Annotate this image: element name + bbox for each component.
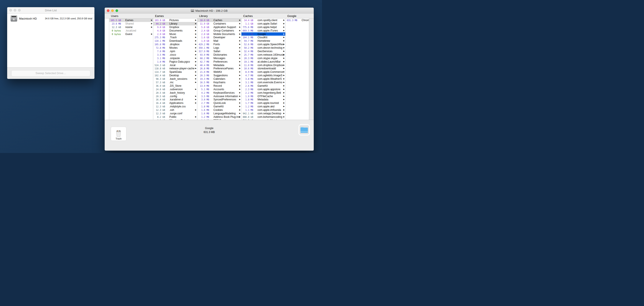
list-item[interactable]: 32.4 MBGeoServices▶ [242, 50, 285, 53]
list-item[interactable]: 8.2 kBPublic▶ [153, 115, 197, 119]
list-item[interactable]: 16.5 MBKeychains▶ [197, 81, 241, 84]
list-item[interactable]: 1.0 MBPagico Data.pgco▶ [153, 60, 197, 64]
list-item[interactable]: 2.7 MBQuickLook▶ [197, 101, 241, 105]
list-item[interactable]: 1.8 MBGameKit▶ [197, 105, 241, 108]
zoom-button[interactable] [116, 9, 118, 12]
list-item[interactable]: 26.8 MBPreferencePanes▶ [197, 67, 241, 70]
list-item[interactable]: 12.3 kB.ssh▶ [153, 108, 197, 112]
list-item[interactable]: 1.8 MBMetadata▶ [242, 98, 285, 101]
list-item[interactable]: 42.7 MBPreferences▶ [197, 60, 241, 64]
list-item[interactable]: 1.0 GBMail▶ [197, 39, 241, 43]
list-item[interactable]: 23.6 MBShared▶ [109, 22, 153, 26]
list-item[interactable]: 2.3 MBcom.apple.appstore▶ [242, 88, 285, 91]
list-item[interactable]: 12.3 kB.mdqlstyle.css [153, 105, 197, 108]
list-item[interactable]: 40.4 MBMetadata▶ [197, 64, 241, 67]
minimize-button[interactable] [14, 9, 16, 12]
list-item[interactable]: 103.9 GBPictures▶ [153, 19, 197, 22]
list-item[interactable]: 1.1 GBcom.apple.Safari▶ [242, 22, 285, 26]
list-item[interactable]: 3.5 MBAutosave Information▶ [197, 95, 241, 98]
list-item[interactable]: 98.3 kB.bash_sessions▶ [153, 77, 197, 81]
close-button[interactable] [107, 9, 110, 12]
list-item[interactable]: 3.1 MB.snipaste▶ [153, 57, 197, 60]
list-item[interactable]: 2.4 GBGroup Containers▶ [197, 29, 241, 32]
list-item[interactable]: 20.3 MBSuggestions▶ [197, 74, 241, 77]
list-item[interactable]: 350.1 MBLogs▶ [197, 46, 241, 50]
list-item[interactable]: 20.3 MBcom.skype.skype▶ [242, 57, 285, 60]
list-item[interactable]: 1.7 MBcom.apple.touristd▶ [242, 101, 285, 105]
list-item[interactable]: 165.5 GBEames▶ [109, 19, 153, 22]
list-item[interactable]: 7.0 MB.npm▶ [153, 50, 197, 53]
list-item[interactable]: 44.2 GBLibrary▶ [153, 22, 197, 26]
sweep-selected-drive-button[interactable]: Sweep Selected Drive… [11, 70, 90, 77]
list-item[interactable]: 114.7 kBSparkData▶ [153, 70, 197, 74]
list-item[interactable]: 14.4 GBcom.spotify.client▶ [242, 19, 285, 22]
list-item[interactable]: 942.1 kBcom.setapp.Desktop▶ [242, 112, 285, 115]
list-item[interactable]: 18.0 GBCaches▶ [197, 19, 241, 22]
list-item[interactable]: 36.9 kB.DS_Store [153, 84, 197, 88]
list-item[interactable]: 25.7 MBcom.netease.163music▶ [242, 53, 285, 57]
list-item[interactable]: 1.2 MBcom.apple.akd▶ [242, 105, 285, 108]
list-item[interactable]: 669.5 MBcom.apple.iTunes▶ [242, 29, 285, 32]
list-item[interactable]: 24.6 kB.subversion▶ [153, 88, 197, 91]
list-item[interactable]: 104.1 MBCloudKit▶ [242, 36, 285, 39]
list-item[interactable]: 524.3 kB.local▶ [153, 64, 197, 67]
list-item[interactable]: 275.3 MB.Trash▶ [153, 36, 197, 39]
list-item[interactable]: 1.6 MBLanguageModeling▶ [197, 112, 241, 115]
list-item[interactable]: 10.6 MBstoredownloadd▶ [242, 67, 285, 70]
list-item[interactable]: 20.5 kB.bash_history [153, 91, 197, 95]
list-item[interactable]: 72.8 MBMovies▶ [153, 46, 197, 50]
list-item[interactable]: 429.2 MBFonts▶ [197, 43, 241, 46]
list-item[interactable]: 11.0 MBcom.dropbox.Dropbox▶ [242, 64, 285, 67]
minimize-button[interactable] [111, 9, 114, 12]
list-item[interactable]: 11.9 GBContainers▶ [197, 22, 241, 26]
list-item[interactable]: 12.3 kBnoone▶ [109, 26, 153, 29]
list-item[interactable]: 8.9 MBcom.apple.Commerce▶ [242, 70, 285, 74]
list-item[interactable]: 631.3 MBGoogle▶ [242, 32, 285, 36]
list-item[interactable]: 19.3 MBCalendars▶ [197, 77, 241, 81]
list-item[interactable]: 2.2 MBcom.hegenberg.Bett▶ [242, 91, 285, 95]
list-item[interactable]: 13.9 MBRecord▶ [197, 84, 241, 88]
zoom-button[interactable] [18, 9, 21, 12]
list-item[interactable]: 4.2 MBKeyboardServices▶ [197, 91, 241, 95]
list-item[interactable]: 4.7 MBcom.agilebits.ImageS▶ [242, 74, 285, 77]
selected-folder-card[interactable] [298, 124, 310, 135]
list-item[interactable]: 3.0 MBSyncedPreferences▶ [197, 98, 241, 101]
list-item[interactable]: 105.8 MB.dropbox▶ [153, 43, 197, 46]
list-item[interactable]: 1.2 MBAddress Book Plug-Ins▶ [197, 115, 241, 119]
list-item[interactable]: 5.1 MBAccounts▶ [197, 88, 241, 91]
close-button[interactable] [9, 9, 12, 12]
list-item[interactable]: 3.8 MBcom.apple.WeatherS▶ [242, 77, 285, 81]
list-item[interactable]: 19.1 MBat.obdev.LaunchBar▶ [242, 60, 285, 64]
list-item[interactable]: 1.1 MBcom.apple.imfounda▶ [242, 108, 285, 112]
list-item[interactable]: 0 bytes.localized [109, 29, 153, 32]
list-item[interactable]: 59.7 MBHomebrew▶ [242, 39, 285, 43]
list-item[interactable]: 50.2 MBcom.devon-technolog▶ [242, 46, 285, 50]
list-item[interactable]: 4.9 GBDocuments▶ [153, 29, 197, 32]
list-item[interactable]: 1.6 MBCookies▶ [197, 108, 241, 112]
drive-row[interactable]: Macintosh HD 34.6 GB free, 212.3 GB used… [7, 14, 94, 22]
list-item[interactable]: 2.0 GBMobile Documents▶ [197, 32, 241, 36]
list-item[interactable]: 2.6 MBGameKit▶ [242, 84, 285, 88]
list-item[interactable]: 1.6 GBDeveloper▶ [197, 36, 241, 39]
list-item[interactable]: 9.0 GBDropbox▶ [153, 26, 197, 29]
list-item[interactable]: 775.6 MBcom.apple.helpd▶ [242, 26, 285, 29]
list-item[interactable]: 57.3 kB.mc▶ [153, 81, 197, 84]
list-item[interactable]: 16.4 kBApplications▶ [153, 101, 197, 105]
list-item[interactable]: 5.8 GBApplication Support▶ [197, 26, 241, 29]
list-item[interactable]: 3.1 MBcom.evernote.Everno▶ [242, 81, 285, 84]
list-item[interactable]: 20.5 kB.config▶ [153, 95, 197, 98]
list-item[interactable]: 21.0 MBWebKit▶ [197, 70, 241, 74]
list-item[interactable]: 110.1 MBDownloads▶ [153, 39, 197, 43]
list-item[interactable]: 12.3 kB.surge.conf [153, 112, 197, 115]
list-item[interactable]: 317.9 MBSafari▶ [197, 50, 241, 53]
list-item[interactable]: 0 bytesGuest▶ [109, 32, 153, 36]
list-item[interactable]: 3.5 MB.cisco▶ [153, 53, 197, 57]
list-item[interactable]: 52.6 MBcom.apple.SpeechRec▶ [242, 43, 285, 46]
list-item[interactable]: 68.2 MBMessages▶ [197, 57, 241, 60]
list-item[interactable]: 888.8 kBcom.bohemiancoding▶ [242, 115, 285, 119]
list-item[interactable]: 631.3 MBChrome▶ [286, 19, 309, 22]
list-item[interactable]: 2.9 GBMusic▶ [153, 32, 197, 36]
list-item[interactable]: 93.9 MBDictionaries▶ [197, 53, 241, 57]
list-item[interactable]: 16.4 kB.karabiner.d▶ [153, 98, 197, 101]
list-item[interactable]: 102.4 kBDesktop▶ [153, 74, 197, 77]
